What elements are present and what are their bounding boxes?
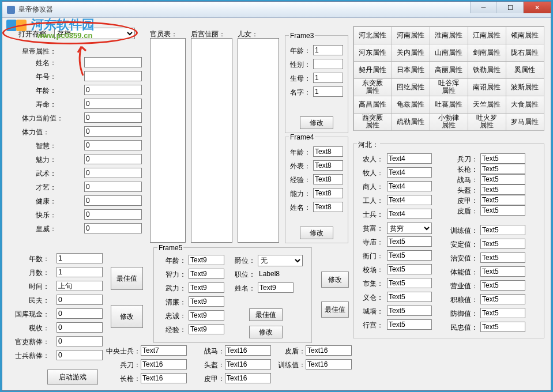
- time-field-input[interactable]: [57, 336, 103, 346]
- region-button[interactable]: 契丹属性: [353, 61, 392, 79]
- region-button[interactable]: 高丽属性: [430, 61, 468, 79]
- emperor-field-input[interactable]: [84, 57, 142, 67]
- hebei-left-input[interactable]: [387, 181, 432, 191]
- region-button[interactable]: 铁勒属性: [468, 61, 506, 79]
- frame5-rank-select[interactable]: 无: [258, 255, 303, 266]
- emperor-field-input[interactable]: [84, 182, 142, 192]
- hebei-right-input[interactable]: [480, 205, 525, 216]
- concubines-list[interactable]: [191, 38, 232, 243]
- frame3-modify-button[interactable]: 修改: [300, 116, 333, 129]
- hebei-left-input[interactable]: [387, 292, 432, 302]
- hebei-left-input[interactable]: [387, 319, 432, 330]
- modify-button-2[interactable]: 修改: [321, 272, 349, 288]
- hebei-right-input[interactable]: [480, 308, 525, 318]
- region-button[interactable]: 江南属性: [468, 27, 506, 44]
- region-button[interactable]: 吐火罗属性: [468, 113, 506, 131]
- bottom-field-input[interactable]: [141, 373, 187, 383]
- hebei-right-input[interactable]: [480, 239, 525, 249]
- time-field-input[interactable]: [57, 295, 103, 305]
- hebei-right-input[interactable]: [480, 294, 525, 304]
- maximize-button[interactable]: ☐: [496, 2, 523, 13]
- region-button[interactable]: 高昌属性: [353, 96, 392, 114]
- emperor-field-input[interactable]: [84, 154, 142, 164]
- region-button[interactable]: 山南属性: [430, 44, 468, 62]
- frame3-field-input[interactable]: [313, 45, 343, 55]
- emperor-field-input[interactable]: [84, 223, 142, 233]
- emperor-field-input[interactable]: [84, 168, 142, 178]
- region-button[interactable]: 河东属性: [353, 44, 392, 62]
- region-button[interactable]: 天竺属性: [468, 96, 506, 114]
- frame3-field-input[interactable]: [313, 59, 343, 69]
- hebei-left-input[interactable]: [387, 264, 432, 274]
- region-button[interactable]: 小勃律属性: [430, 113, 468, 131]
- minimize-button[interactable]: ─: [470, 2, 496, 13]
- frame4-field-input[interactable]: [313, 174, 343, 184]
- region-button[interactable]: 吐蕃属性: [430, 96, 468, 114]
- frame5-left-input[interactable]: [189, 282, 224, 293]
- frame5-left-input[interactable]: [189, 255, 224, 265]
- bottom-field-input[interactable]: [225, 345, 271, 356]
- region-button[interactable]: 南诏属性: [468, 78, 506, 96]
- emperor-field-input[interactable]: [84, 195, 142, 206]
- frame4-modify-button[interactable]: 修改: [300, 227, 333, 239]
- modify-button-1[interactable]: 修改: [111, 305, 143, 328]
- region-button[interactable]: 疏勒属性: [392, 113, 430, 131]
- region-button[interactable]: 淮南属性: [430, 27, 468, 44]
- time-field-input[interactable]: [57, 322, 103, 333]
- region-button[interactable]: 领南属性: [506, 27, 544, 44]
- emperor-field-input[interactable]: [84, 71, 142, 81]
- time-field-input[interactable]: [57, 350, 103, 360]
- emperor-field-input[interactable]: [84, 209, 142, 220]
- hebei-left-input[interactable]: [387, 250, 432, 261]
- region-button[interactable]: 日本属性: [392, 61, 430, 79]
- frame5-left-input[interactable]: [189, 324, 224, 334]
- hebei-left-input[interactable]: [387, 153, 432, 164]
- hebei-right-input[interactable]: [480, 164, 525, 174]
- time-field-input[interactable]: [57, 308, 103, 319]
- hebei-right-input[interactable]: [480, 280, 525, 291]
- region-button[interactable]: 龟兹属性: [392, 96, 430, 114]
- hebei-left-input[interactable]: [387, 306, 432, 316]
- emperor-field-input[interactable]: [84, 112, 142, 123]
- emperor-field-input[interactable]: [84, 99, 142, 109]
- region-button[interactable]: 河南属性: [392, 27, 430, 44]
- hebei-left-input[interactable]: [387, 278, 432, 288]
- bottom-field-input[interactable]: [306, 359, 352, 370]
- frame3-field-input[interactable]: [313, 86, 343, 97]
- bottom-field-input[interactable]: [141, 359, 187, 370]
- region-button[interactable]: 河北属性: [353, 27, 392, 44]
- hebei-right-input[interactable]: [480, 153, 525, 164]
- close-button[interactable]: ✕: [523, 2, 551, 13]
- emperor-field-input[interactable]: [84, 140, 142, 150]
- frame5-modify-button[interactable]: 修改: [249, 326, 283, 338]
- launch-game-button[interactable]: 启动游戏: [47, 370, 98, 385]
- bottom-field-input[interactable]: [306, 345, 352, 356]
- emperor-field-input[interactable]: [84, 126, 142, 137]
- region-button[interactable]: 关内属性: [392, 44, 430, 62]
- hebei-left-input[interactable]: [387, 236, 432, 247]
- region-button[interactable]: 奚属性: [506, 61, 544, 79]
- bottom-field-input[interactable]: [225, 373, 271, 383]
- hebei-right-input[interactable]: [480, 174, 525, 184]
- frame5-left-input[interactable]: [189, 296, 224, 307]
- time-field-input[interactable]: [57, 267, 103, 277]
- frame5-best-value-button[interactable]: 最佳值: [249, 308, 283, 321]
- region-button[interactable]: 罗马属性: [506, 113, 544, 131]
- time-field-input[interactable]: [57, 253, 103, 263]
- frame3-field-input[interactable]: [313, 73, 343, 83]
- hebei-right-input[interactable]: [480, 322, 525, 332]
- hebei-right-input[interactable]: [480, 266, 525, 277]
- bottom-field-input[interactable]: [141, 345, 187, 356]
- region-button[interactable]: 剑南属性: [468, 44, 506, 62]
- officials-list[interactable]: [150, 38, 186, 243]
- frame5-right-input[interactable]: [258, 282, 294, 293]
- hebei-wealth-select[interactable]: 贫穷: [387, 223, 432, 234]
- hebei-left-input[interactable]: [387, 195, 432, 205]
- time-field-input[interactable]: [57, 281, 103, 291]
- region-button[interactable]: 回纥属性: [392, 78, 430, 96]
- hebei-right-input[interactable]: [480, 252, 525, 263]
- children-list[interactable]: [238, 38, 279, 243]
- best-value-button-2[interactable]: 最佳值: [321, 301, 349, 318]
- frame4-field-input[interactable]: [313, 160, 343, 171]
- frame4-field-input[interactable]: [313, 202, 343, 212]
